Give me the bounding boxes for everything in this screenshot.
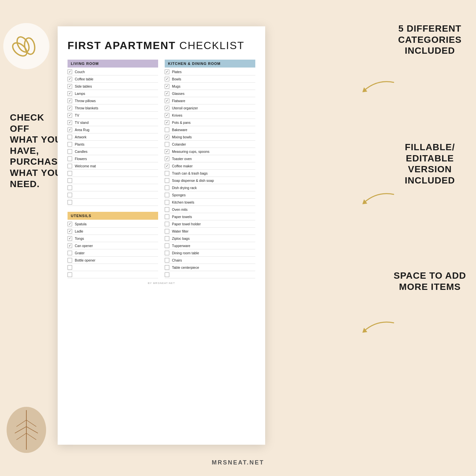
empty-checkbox[interactable] — [68, 193, 72, 197]
list-item[interactable]: Oven mits — [165, 206, 255, 213]
list-item[interactable]: TV — [68, 112, 158, 119]
checkbox[interactable] — [68, 106, 72, 110]
checkbox[interactable] — [165, 77, 169, 81]
list-item[interactable]: Throw blankets — [68, 104, 158, 112]
list-item[interactable]: Welcome mat — [68, 162, 158, 170]
list-item[interactable]: Flowers — [68, 155, 158, 162]
checkbox[interactable] — [165, 185, 169, 190]
checkbox[interactable] — [165, 214, 169, 219]
checkbox[interactable] — [68, 84, 72, 89]
list-item[interactable]: Soap dispense & dish soap — [165, 177, 255, 184]
list-item[interactable]: Tupperware — [165, 242, 255, 249]
checkbox[interactable] — [68, 236, 72, 241]
empty-slot[interactable] — [68, 191, 158, 199]
list-item[interactable]: Grater — [68, 249, 158, 257]
checkbox[interactable] — [68, 127, 72, 132]
list-item[interactable]: Knives — [165, 112, 255, 119]
list-item[interactable]: Plants — [68, 141, 158, 148]
list-item[interactable]: Ladle — [68, 228, 158, 235]
empty-checkbox[interactable] — [165, 272, 169, 277]
checkbox[interactable] — [165, 120, 169, 125]
checkbox[interactable] — [165, 258, 169, 263]
checkbox[interactable] — [165, 164, 169, 168]
checkbox[interactable] — [68, 229, 72, 234]
empty-slot[interactable] — [68, 170, 158, 177]
list-item[interactable]: Candles — [68, 148, 158, 155]
checkbox[interactable] — [68, 135, 72, 139]
empty-checkbox[interactable] — [68, 272, 72, 277]
checkbox[interactable] — [165, 265, 169, 270]
list-item[interactable]: Bottle opener — [68, 257, 158, 264]
list-item[interactable]: Glasses — [165, 90, 255, 97]
list-item[interactable]: Plates — [165, 68, 255, 75]
empty-slot[interactable] — [68, 199, 158, 206]
list-item[interactable]: Trash can & trash bags — [165, 170, 255, 177]
checkbox[interactable] — [165, 171, 169, 176]
empty-slot[interactable] — [68, 177, 158, 184]
checkbox[interactable] — [68, 98, 72, 103]
list-item[interactable]: Table centerpiece — [165, 264, 255, 271]
list-item[interactable]: Bakeware — [165, 126, 255, 133]
list-item[interactable]: Paper towels — [165, 213, 255, 220]
checkbox[interactable] — [68, 113, 72, 118]
checkbox[interactable] — [68, 258, 72, 263]
checkbox[interactable] — [68, 149, 72, 154]
checkbox[interactable] — [165, 113, 169, 118]
checkbox[interactable] — [68, 91, 72, 96]
list-item[interactable]: Toaster oven — [165, 155, 255, 162]
checkbox[interactable] — [165, 222, 169, 226]
checkbox[interactable] — [165, 229, 169, 234]
checkbox[interactable] — [165, 127, 169, 132]
list-item[interactable]: Bowls — [165, 75, 255, 83]
list-item[interactable]: Throw pillows — [68, 97, 158, 104]
checkbox[interactable] — [165, 178, 169, 183]
checkbox[interactable] — [165, 243, 169, 248]
checkbox[interactable] — [165, 106, 169, 110]
list-item[interactable]: TV stand — [68, 119, 158, 126]
list-item[interactable]: Dining room table — [165, 249, 255, 257]
checkbox[interactable] — [165, 251, 169, 255]
checkbox[interactable] — [165, 200, 169, 205]
checkbox[interactable] — [165, 207, 169, 212]
list-item[interactable]: Couch — [68, 68, 158, 75]
list-item[interactable]: Dish drying rack — [165, 184, 255, 191]
checkbox[interactable] — [68, 70, 72, 74]
list-item[interactable]: Spatula — [68, 220, 158, 228]
checkbox[interactable] — [165, 70, 169, 74]
checkbox[interactable] — [68, 243, 72, 248]
empty-slot[interactable] — [165, 271, 255, 278]
checkbox[interactable] — [165, 193, 169, 197]
list-item[interactable]: Lamps — [68, 90, 158, 97]
list-item[interactable]: Sponges — [165, 191, 255, 199]
list-item[interactable]: Pots & pans — [165, 119, 255, 126]
list-item[interactable]: Coffee table — [68, 75, 158, 83]
list-item[interactable]: Area Rug — [68, 126, 158, 133]
empty-slot[interactable] — [68, 264, 158, 271]
list-item[interactable]: Paper towel holder — [165, 220, 255, 228]
list-item[interactable]: Colander — [165, 141, 255, 148]
checkbox[interactable] — [68, 142, 72, 147]
checkbox[interactable] — [165, 142, 169, 147]
checkbox[interactable] — [68, 120, 72, 125]
checkbox[interactable] — [68, 77, 72, 81]
empty-checkbox[interactable] — [68, 200, 72, 205]
list-item[interactable]: Utensil organizer — [165, 104, 255, 112]
list-item[interactable]: Chairs — [165, 257, 255, 264]
checkbox[interactable] — [68, 156, 72, 161]
list-item[interactable]: Water filter — [165, 228, 255, 235]
list-item[interactable]: Mugs — [165, 83, 255, 90]
checkbox[interactable] — [165, 84, 169, 89]
empty-checkbox[interactable] — [68, 171, 72, 176]
list-item[interactable]: Measuring cups, spoons — [165, 148, 255, 155]
checkbox[interactable] — [165, 149, 169, 154]
checkbox[interactable] — [165, 135, 169, 139]
empty-slot[interactable] — [68, 184, 158, 191]
checkbox[interactable] — [165, 98, 169, 103]
list-item[interactable]: Flatware — [165, 97, 255, 104]
checkbox[interactable] — [165, 156, 169, 161]
list-item[interactable]: Coffee maker — [165, 162, 255, 170]
checkbox[interactable] — [165, 236, 169, 241]
empty-checkbox[interactable] — [68, 178, 72, 183]
list-item[interactable]: Kitchen towels — [165, 199, 255, 206]
checkbox[interactable] — [68, 251, 72, 255]
